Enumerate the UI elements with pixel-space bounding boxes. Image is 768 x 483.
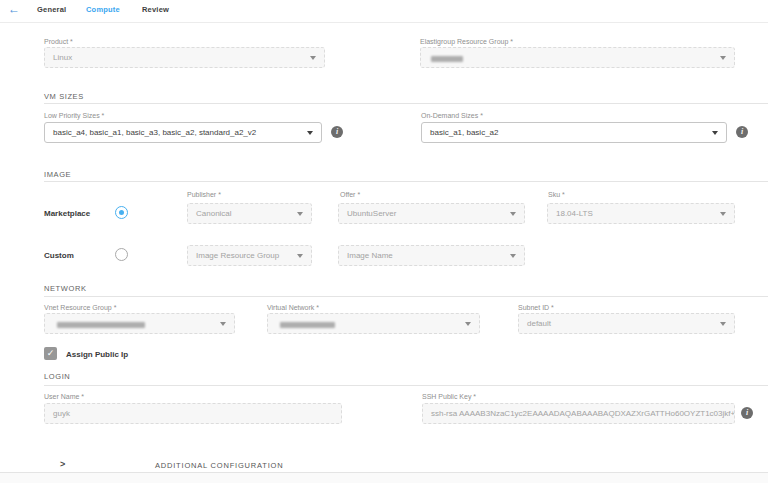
subnet-id-value: default bbox=[527, 319, 551, 328]
chevron-down-icon bbox=[310, 56, 316, 60]
ssh-public-key-input[interactable]: ssh-rsa AAAAB3NzaC1yc2EAAAADAQABAAABAQDX… bbox=[422, 403, 735, 424]
section-divider bbox=[44, 296, 768, 297]
tabbar-divider bbox=[0, 22, 768, 23]
chevron-down-icon bbox=[510, 254, 516, 258]
sku-select[interactable]: 18.04-LTS bbox=[547, 203, 735, 224]
product-label: Product * bbox=[44, 38, 73, 45]
elastigroup-resource-group-select[interactable] bbox=[420, 47, 735, 68]
publisher-select[interactable]: Canonical bbox=[187, 203, 312, 224]
page-footer-area bbox=[0, 473, 768, 483]
chevron-right-icon[interactable]: > bbox=[60, 459, 65, 469]
virtual-network-label: Virtual Network * bbox=[267, 304, 319, 311]
marketplace-label: Marketplace bbox=[44, 209, 90, 218]
section-divider bbox=[44, 385, 768, 386]
section-divider bbox=[44, 103, 768, 104]
offer-select[interactable]: UbuntuServer bbox=[338, 203, 525, 224]
network-section-title: NETWORK bbox=[44, 284, 87, 293]
section-divider bbox=[44, 181, 768, 182]
low-priority-sizes-value: basic_a4, basic_a1, basic_a3, basic_a2, … bbox=[53, 128, 256, 137]
compute-step-page: ← General Compute Review Product * Linux… bbox=[0, 0, 768, 483]
sku-label: Sku * bbox=[548, 191, 565, 198]
user-name-value: guyk bbox=[53, 409, 70, 418]
custom-radio[interactable] bbox=[115, 248, 128, 261]
sku-value: 18.04-LTS bbox=[556, 209, 593, 218]
low-priority-sizes-select[interactable]: basic_a4, basic_a1, basic_a3, basic_a2, … bbox=[44, 122, 322, 143]
chevron-down-icon bbox=[720, 56, 726, 60]
vnet-resource-group-select[interactable] bbox=[44, 313, 235, 334]
product-value: Linux bbox=[53, 53, 72, 62]
login-section-title: LOGIN bbox=[44, 372, 70, 381]
info-icon[interactable]: i bbox=[741, 407, 753, 419]
image-resource-group-placeholder: Image Resource Group bbox=[196, 251, 279, 260]
user-name-input[interactable]: guyk bbox=[44, 403, 342, 424]
low-priority-sizes-label: Low Priority Sizes * bbox=[44, 112, 104, 119]
image-section-title: IMAGE bbox=[44, 170, 71, 179]
vm-sizes-section-title: VM SIZES bbox=[44, 92, 84, 101]
offer-label: Offer * bbox=[340, 191, 360, 198]
chevron-down-icon bbox=[297, 212, 303, 216]
additional-configuration-toggle[interactable]: ADDITIONAL CONFIGURATION bbox=[155, 461, 283, 470]
on-demand-sizes-value: basic_a1, basic_a2 bbox=[430, 128, 499, 137]
tab-review[interactable]: Review bbox=[142, 5, 169, 14]
on-demand-sizes-label: On-Demand Sizes * bbox=[421, 112, 483, 119]
offer-value: UbuntuServer bbox=[347, 209, 396, 218]
assign-public-ip-checkbox[interactable]: ✓ bbox=[44, 347, 57, 360]
chevron-down-icon bbox=[220, 322, 226, 326]
on-demand-sizes-select[interactable]: basic_a1, basic_a2 bbox=[421, 122, 727, 143]
subnet-id-select[interactable]: default bbox=[518, 313, 735, 334]
ssh-public-key-value: ssh-rsa AAAAB3NzaC1yc2EAAAADAQABAAABAQDX… bbox=[431, 409, 735, 418]
marketplace-radio[interactable] bbox=[115, 206, 128, 219]
publisher-label: Publisher * bbox=[187, 191, 221, 198]
user-name-label: User Name * bbox=[44, 393, 84, 400]
chevron-down-icon bbox=[720, 212, 726, 216]
publisher-value: Canonical bbox=[196, 209, 232, 218]
elastigroup-resource-group-label: Elastigroup Resource Group * bbox=[420, 38, 513, 45]
redacted-value bbox=[280, 322, 335, 328]
product-select[interactable]: Linux bbox=[44, 47, 325, 68]
info-icon[interactable]: i bbox=[331, 126, 343, 138]
chevron-down-icon bbox=[712, 131, 718, 135]
chevron-down-icon bbox=[720, 322, 726, 326]
subnet-id-label: Subnet ID * bbox=[518, 304, 554, 311]
redacted-value bbox=[431, 56, 463, 62]
chevron-down-icon bbox=[297, 254, 303, 258]
vnet-resource-group-label: Vnet Resource Group * bbox=[44, 304, 116, 311]
redacted-value bbox=[57, 322, 145, 328]
chevron-down-icon bbox=[465, 322, 471, 326]
tab-general[interactable]: General bbox=[37, 5, 66, 14]
ssh-public-key-label: SSH Public Key * bbox=[422, 393, 476, 400]
chevron-down-icon bbox=[510, 212, 516, 216]
chevron-down-icon bbox=[307, 131, 313, 135]
image-name-placeholder: Image Name bbox=[347, 251, 393, 260]
tab-compute[interactable]: Compute bbox=[86, 5, 120, 14]
image-resource-group-select[interactable]: Image Resource Group bbox=[187, 245, 312, 266]
custom-label: Custom bbox=[44, 251, 74, 260]
info-icon[interactable]: i bbox=[736, 126, 748, 138]
back-icon[interactable]: ← bbox=[8, 2, 20, 16]
assign-public-ip-label: Assign Public Ip bbox=[66, 350, 128, 359]
wizard-tabbar: ← General Compute Review bbox=[0, 0, 768, 22]
virtual-network-select[interactable] bbox=[267, 313, 480, 334]
image-name-select[interactable]: Image Name bbox=[338, 245, 525, 266]
